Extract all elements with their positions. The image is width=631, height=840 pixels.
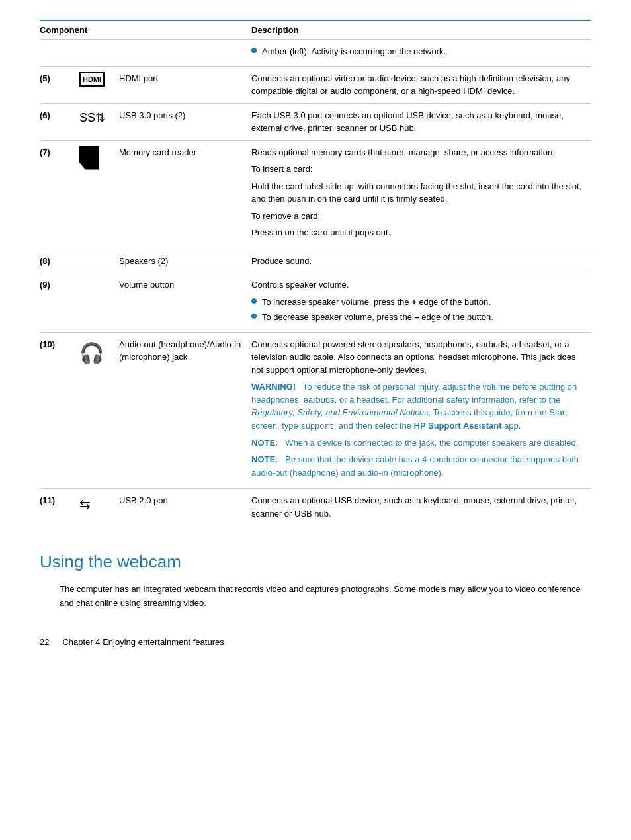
component-description: Produce sound. <box>251 249 591 273</box>
table-header-description: Description <box>251 21 591 40</box>
table-row: (6) SS⇅ USB 3.0 ports (2) Each USB 3.0 p… <box>40 103 591 140</box>
table-row: (9) Volume button Controls speaker volum… <box>40 273 591 333</box>
table-row: (11) ⇆ USB 2.0 port Connects an optional… <box>40 489 591 526</box>
bullet-item: To increase speaker volume, press the + … <box>251 296 585 309</box>
component-name: Memory card reader <box>119 140 251 249</box>
bullet-item: To decrease speaker volume, press the – … <box>251 311 585 324</box>
component-number: (5) <box>40 73 50 83</box>
component-name: Volume button <box>119 273 251 333</box>
component-name: Speakers (2) <box>119 249 251 273</box>
hdmi-icon: HDMI <box>79 72 105 87</box>
component-description: Connects optional powered stereo speaker… <box>251 332 591 489</box>
component-number: (9) <box>40 280 50 290</box>
component-number: (8) <box>40 256 50 266</box>
table-row: (8) Speakers (2) Produce sound. <box>40 249 591 273</box>
component-number: (7) <box>40 147 50 157</box>
component-description: Reads optional memory cards that store, … <box>251 140 591 249</box>
component-description: Controls speaker volume. To increase spe… <box>251 273 591 333</box>
note-text-1: NOTE: When a device is connected to the … <box>251 437 585 450</box>
bullet-item: Amber (left): Activity is occurring on t… <box>251 45 585 58</box>
bullet-text: To increase speaker volume, press the + … <box>262 296 585 309</box>
table-row: (10) 🎧 Audio-out (headphone)/Audio-in (m… <box>40 332 591 489</box>
component-number: (10) <box>40 339 55 349</box>
component-description: Each USB 3.0 port connects an optional U… <box>251 103 591 140</box>
component-description: Connects an optional USB device, such as… <box>251 489 591 526</box>
component-name: USB 2.0 port <box>119 489 251 526</box>
chapter-label: Chapter 4 Enjoying entertainment feature… <box>62 637 224 647</box>
component-name: USB 3.0 ports (2) <box>119 103 251 140</box>
warning-text: WARNING! To reduce the risk of personal … <box>251 380 585 433</box>
note-text-2: NOTE: Be sure that the device cable has … <box>251 453 585 479</box>
page-number: 22 <box>40 637 49 647</box>
usb3-icon: SS⇅ <box>79 111 105 124</box>
bullet-text: To decrease speaker volume, press the – … <box>262 311 585 324</box>
section-body: The computer has an integrated webcam th… <box>60 583 591 610</box>
table-row: (7) Memory card reader Reads optional me… <box>40 140 591 249</box>
components-table: Component Description Amber (left): Acti… <box>40 20 591 525</box>
component-number: (11) <box>40 495 55 505</box>
bullet-text: Amber (left): Activity is occurring on t… <box>262 45 585 58</box>
table-header-component: Component <box>40 21 251 40</box>
bullet-icon <box>251 314 257 319</box>
component-description: Connects an optional video or audio devi… <box>251 66 591 103</box>
headphone-icon: 🎧 <box>79 342 104 364</box>
bullet-icon <box>251 298 257 304</box>
table-row: (5) HDMI HDMI port Connects an optional … <box>40 66 591 103</box>
usb2-icon: ⇆ <box>79 497 91 511</box>
component-number: (6) <box>40 110 50 120</box>
sdcard-icon <box>79 146 99 170</box>
table-row: Amber (left): Activity is occurring on t… <box>40 40 591 67</box>
page-footer: 22 Chapter 4 Enjoying entertainment feat… <box>40 637 591 647</box>
component-name: Audio-out (headphone)/Audio-in (micropho… <box>119 332 251 489</box>
component-name: HDMI port <box>119 66 251 103</box>
bullet-icon <box>251 48 257 53</box>
section-heading: Using the webcam <box>40 552 591 572</box>
